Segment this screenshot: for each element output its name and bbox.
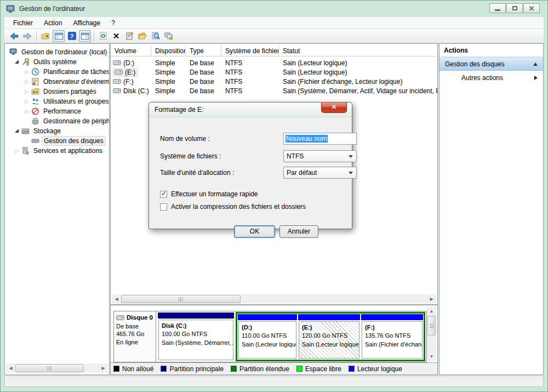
compression-option[interactable]: Activer la compression des fichiers et d…	[160, 202, 306, 211]
expander-collapsed-icon[interactable]: ▷	[22, 89, 31, 94]
tree-item-services-applications[interactable]: ▷ Services et applications	[5, 146, 109, 156]
partition-e[interactable]: (E:) 120.00 Go NTFS Sain (Lecteur logiqu…	[298, 314, 361, 360]
tree-item-local-users-groups[interactable]: ▷ Utilisateurs et groupes locaux	[5, 96, 109, 106]
scroll-right-button[interactable]: ▶	[427, 294, 436, 304]
quick-format-option[interactable]: Effectuer un formatage rapide	[160, 190, 258, 198]
ok-button[interactable]: OK	[234, 225, 275, 238]
collapse-icon[interactable]	[533, 63, 538, 66]
expander-expanded-icon[interactable]	[15, 129, 19, 133]
forward-button[interactable]	[21, 30, 33, 42]
actions-pane: Actions Gestion des disques Autres actio…	[439, 43, 544, 375]
device-manager-icon	[31, 117, 39, 125]
expander-collapsed-icon[interactable]: ▷	[13, 148, 21, 154]
tree-horizontal-scrollbar[interactable]: ◀ ▶	[6, 363, 108, 373]
tree-item-disk-management[interactable]: Gestion des disques	[5, 136, 109, 146]
disk-pane-vertical-scrollbar[interactable]: ▲ ▼	[427, 306, 436, 361]
disk-0-info[interactable]: Disque 0 De base 465.76 Go En ligne	[114, 311, 156, 362]
actions-group-disk-management[interactable]: Gestion des disques	[439, 57, 543, 71]
legend-swatch	[231, 366, 237, 372]
partition-c[interactable]: Disk (C:) 100.00 Go NTFS Sain (Système, …	[157, 312, 235, 361]
tree-item-system-tools[interactable]: Outils système	[5, 57, 109, 67]
column-header-volume[interactable]: Volume	[111, 46, 151, 56]
menu-action[interactable]: Action	[38, 18, 67, 28]
volume-status: Sain (Système, Démarrer, Actif, Vidage s…	[279, 87, 437, 95]
toolbar: ? ✕	[4, 29, 544, 43]
scroll-right-button[interactable]: ▶	[99, 363, 108, 373]
volume-row-c[interactable]: Disk (C:) Simple De base NTFS Sain (Syst…	[111, 86, 437, 95]
minimize-button[interactable]	[489, 3, 506, 13]
filesystem-select[interactable]: NTFS	[283, 150, 357, 162]
show-action-pane-button[interactable]	[79, 30, 91, 42]
tree-item-performance[interactable]: ▷ Performance	[5, 106, 109, 116]
volume-row-e[interactable]: (E:) Simple De base NTFS Sain (Lecteur l…	[111, 67, 437, 77]
expander-collapsed-icon[interactable]: ▷	[22, 69, 31, 75]
menu-affichage[interactable]: Affichage	[67, 18, 106, 28]
export-list-icon	[41, 32, 50, 40]
cancel-button[interactable]: Annuler	[279, 225, 318, 238]
tree-item-label: Dossiers partagés	[42, 87, 98, 96]
expander-collapsed-icon[interactable]: ▷	[22, 79, 31, 84]
volume-row-d[interactable]: (D:) Simple De base NTFS Sain (Lecteur l…	[111, 58, 437, 67]
refresh-button[interactable]	[97, 30, 109, 42]
allocation-size-select[interactable]: Par défaut	[283, 167, 357, 179]
tree-item-event-viewer[interactable]: ▷ Observateur d'événements	[5, 77, 109, 87]
properties-icon	[125, 32, 134, 40]
format-dialog-close-button[interactable]: ✕	[321, 103, 347, 113]
actions-item-label: Autres actions	[461, 74, 503, 82]
scrollbar-thumb[interactable]	[15, 364, 84, 372]
volume-name-input[interactable]: Nouveau nom	[283, 133, 357, 145]
partition-d[interactable]: (D:) 110.00 Go NTFS Sain (Lecteur logiqu…	[237, 314, 298, 360]
properties-button[interactable]	[123, 30, 135, 42]
expander-expanded-icon[interactable]	[15, 60, 19, 64]
delete-button[interactable]: ✕	[110, 30, 122, 42]
tree-item-task-scheduler[interactable]: ▷ Planificateur de tâches	[5, 67, 109, 77]
checkbox-unchecked-icon[interactable]	[160, 203, 167, 211]
volume-list-horizontal-scrollbar[interactable]: ◀ ▶	[112, 294, 436, 304]
drive-icon	[116, 315, 124, 320]
menu-fichier[interactable]: Fichier	[8, 18, 38, 28]
scrollbar-thumb[interactable]	[121, 295, 241, 303]
drive-icon	[113, 88, 121, 93]
tree-item-computer-management[interactable]: Gestion de l'ordinateur (local)	[5, 47, 109, 57]
allocation-size-value: Par défaut	[287, 169, 317, 177]
scroll-up-button[interactable]: ▲	[427, 306, 436, 316]
export-list-button[interactable]	[39, 30, 52, 42]
volume-disposition: Simple	[151, 69, 186, 76]
back-button[interactable]	[8, 30, 20, 42]
tree-item-shared-folders[interactable]: ▷ Dossiers partagés	[5, 87, 109, 96]
disk-type: De base	[116, 322, 155, 331]
tree-item-label: Gestionnaire de périphériques	[42, 117, 110, 126]
actions-item-more-actions[interactable]: Autres actions	[439, 71, 543, 84]
show-console-tree-icon	[55, 33, 63, 39]
column-header-type[interactable]: Type	[186, 46, 221, 56]
column-header-disposition[interactable]: Disposition	[151, 46, 186, 56]
find-button[interactable]	[150, 30, 162, 42]
disk-size: 465.76 Go	[116, 330, 155, 338]
close-button[interactable]: ✕	[523, 3, 540, 13]
column-header-status[interactable]: Statut	[279, 46, 437, 56]
show-console-tree-button[interactable]	[53, 30, 65, 42]
chevron-down-icon	[349, 172, 353, 174]
settings-button[interactable]	[163, 30, 175, 42]
menu-help[interactable]: ?	[106, 18, 121, 28]
partition-status: Sain (Lecteur logique)	[302, 340, 358, 349]
checkbox-checked-icon[interactable]	[160, 191, 167, 198]
column-header-filesystem[interactable]: Système de fichiers	[221, 46, 279, 56]
maximize-button[interactable]	[506, 3, 523, 13]
expander-collapsed-icon[interactable]: ▷	[22, 109, 31, 114]
partition-f[interactable]: (F:) 135.76 Go NTFS Sain (Fichier d'écha…	[361, 314, 424, 360]
tree-item-device-manager[interactable]: Gestionnaire de périphériques	[5, 116, 109, 126]
scroll-left-button[interactable]: ◀	[6, 363, 15, 373]
partition-type-bar	[158, 313, 234, 319]
scrollbar-thumb[interactable]	[427, 316, 436, 336]
partition-legend: Non alloué Partition principale Partitio…	[111, 362, 437, 374]
scroll-left-button[interactable]: ◀	[112, 294, 121, 304]
tree-item-storage[interactable]: Stockage	[5, 126, 109, 136]
volume-row-f[interactable]: (F:) Simple De base NTFS Sain (Fichier d…	[111, 77, 437, 86]
scroll-down-button[interactable]: ▼	[427, 352, 436, 361]
extended-partition-frame: (D:) 110.00 Go NTFS Sain (Lecteur logiqu…	[236, 312, 425, 361]
help-button[interactable]: ?	[66, 30, 78, 42]
volume-status: Sain (Lecteur logique)	[279, 69, 437, 76]
open-folder-button[interactable]	[136, 30, 149, 42]
expander-collapsed-icon[interactable]: ▷	[22, 99, 31, 104]
